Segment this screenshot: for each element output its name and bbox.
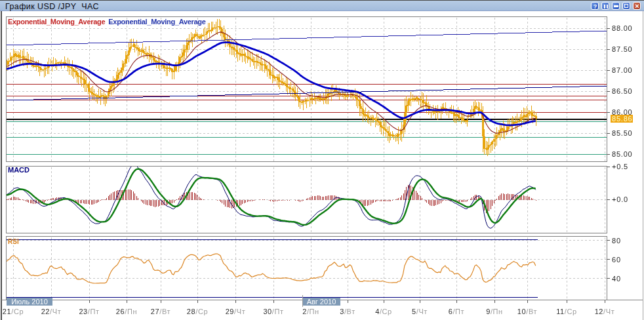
svg-text:30/Пт: 30/Пт xyxy=(263,308,283,315)
svg-text:+0.5: +0.5 xyxy=(612,163,628,170)
svg-text:RSI: RSI xyxy=(8,238,19,245)
svg-text:23/Пт: 23/Пт xyxy=(79,308,99,315)
svg-text:MACD: MACD xyxy=(8,166,30,174)
svg-text:60: 60 xyxy=(612,256,621,264)
svg-text:85.00: 85.00 xyxy=(612,150,633,158)
svg-text:9/Пн: 9/Пн xyxy=(486,308,503,315)
svg-text:10/Вт: 10/Вт xyxy=(517,308,537,315)
svg-text:+0.0: +0.0 xyxy=(612,195,628,203)
svg-text:29/Чт: 29/Чт xyxy=(226,308,246,315)
svg-text:11/Ср: 11/Ср xyxy=(556,308,577,315)
svg-text:6/Пт: 6/Пт xyxy=(449,308,465,315)
svg-text:Авг 2010: Авг 2010 xyxy=(307,298,336,306)
svg-text:86.50: 86.50 xyxy=(612,87,633,95)
svg-text:26/Пн: 26/Пн xyxy=(116,308,137,315)
svg-text:87.50: 87.50 xyxy=(612,45,633,53)
svg-text:40: 40 xyxy=(612,275,621,283)
svg-text:21/Ср: 21/Ср xyxy=(3,308,24,315)
svg-text:5/Чт: 5/Чт xyxy=(412,308,428,315)
svg-text:12/Чт: 12/Чт xyxy=(595,308,615,315)
svg-text:87.00: 87.00 xyxy=(612,66,633,74)
svg-text:3/Вт: 3/Вт xyxy=(340,308,355,315)
svg-text:88.00: 88.00 xyxy=(612,24,633,32)
svg-text:22/Чт: 22/Чт xyxy=(41,308,62,315)
svg-text:4/Ср: 4/Ср xyxy=(375,308,392,315)
svg-text:80: 80 xyxy=(612,237,621,245)
svg-text:27/Вт: 27/Вт xyxy=(151,308,171,315)
svg-text:2/Пн: 2/Пн xyxy=(302,308,319,315)
svg-text:28/Ср: 28/Ср xyxy=(187,308,208,315)
svg-text:86.00: 86.00 xyxy=(612,108,633,116)
svg-text:Июль 2010: Июль 2010 xyxy=(11,298,48,306)
svg-text:85.50: 85.50 xyxy=(612,129,633,137)
